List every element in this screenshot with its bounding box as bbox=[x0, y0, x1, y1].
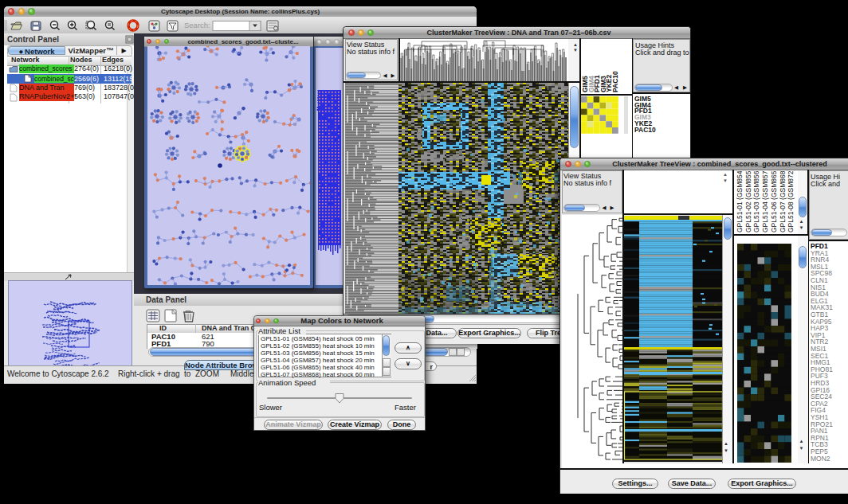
svg-text:GPL51-06 (GSM865): GPL51-06 (GSM865) bbox=[769, 170, 777, 232]
svg-text:GPL51-01 (GSM854): GPL51-01 (GSM854) bbox=[736, 170, 744, 232]
svg-text:GPL51-04 (GSM857): GPL51-04 (GSM857) bbox=[761, 170, 769, 232]
svg-text:Search:: Search: bbox=[184, 21, 210, 29]
svg-text:GPL51-03 (GSM856): GPL51-03 (GSM856) bbox=[752, 170, 760, 232]
svg-text:GPL51-07 (GSM868): GPL51-07 (GSM868) bbox=[778, 170, 786, 232]
svg-text:GPL51-08 (GSM872): GPL51-08 (GSM872) bbox=[787, 170, 795, 232]
svg-text:PAC10: PAC10 bbox=[611, 71, 619, 92]
svg-text:GPL51-02 (GSM855): GPL51-02 (GSM855) bbox=[744, 170, 752, 232]
